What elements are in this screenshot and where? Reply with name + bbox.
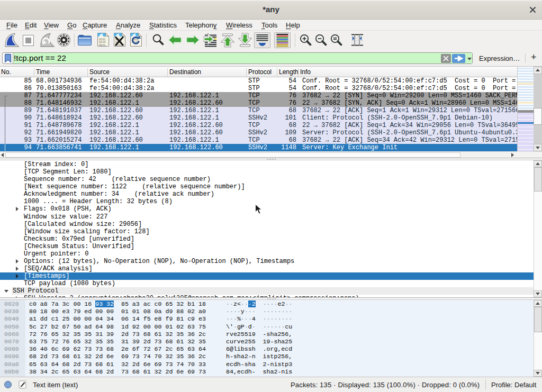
- svg-text:0011: 0011: [99, 44, 105, 47]
